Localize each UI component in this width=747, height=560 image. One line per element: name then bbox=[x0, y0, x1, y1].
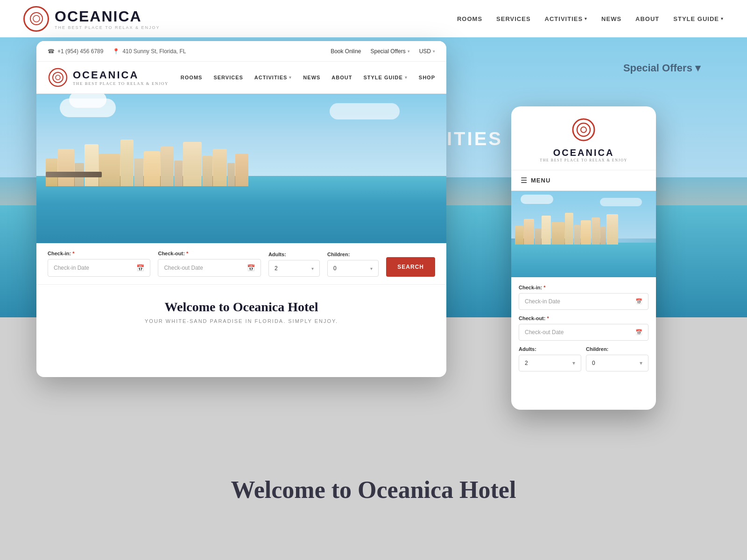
mobile-adults-arrow: ▾ bbox=[572, 360, 575, 366]
content-title: Welcome to Oceanica Hotel bbox=[48, 300, 435, 315]
bg-nav-links: ROOMS SERVICES ACTIVITIES ▾ NEWS ABOUT S… bbox=[457, 15, 724, 22]
children-group: Children: 0 ▾ bbox=[327, 252, 379, 277]
mobile-adults-value: 2 bbox=[525, 360, 528, 366]
desktop-hero bbox=[36, 94, 446, 243]
desktop-booking-form: Check-in: * Check-in Date 📅 Check-out: *… bbox=[36, 243, 446, 285]
special-offers-chevron: ▾ bbox=[408, 49, 410, 54]
mobile-checkin-placeholder: Check-in Date bbox=[525, 298, 560, 305]
bg-nav-style-guide[interactable]: STYLE GUIDE ▾ bbox=[673, 15, 724, 22]
svg-point-1 bbox=[33, 15, 40, 22]
checkout-placeholder: Check-out Date bbox=[164, 265, 203, 271]
content-subtitle: YOUR WHITE-SAND PARADISE IN FLORIDA. SIM… bbox=[48, 318, 435, 324]
children-value: 0 bbox=[333, 265, 337, 272]
bg-logo-tagline: THE BEST PLACE TO RELAX & ENJOY bbox=[55, 25, 160, 30]
topbar-phone: ☎ +1 (954) 456 6789 bbox=[48, 48, 103, 55]
mobile-hero-sea bbox=[511, 243, 656, 277]
topbar-address: 📍 410 Sunny St, Florida, FL bbox=[113, 48, 186, 55]
phone-number: +1 (954) 456 6789 bbox=[57, 48, 103, 55]
adults-select[interactable]: 2 ▾ bbox=[268, 260, 320, 277]
adults-value: 2 bbox=[275, 265, 278, 272]
bg-bottom-section: Welcome to Oceanica Hotel bbox=[0, 467, 747, 560]
mobile-checkout-calendar: 📅 bbox=[635, 329, 642, 336]
desktop-header: OCEANICA THE BEST PLACE TO RELAX & ENJOY… bbox=[36, 62, 446, 94]
bg-nav-services[interactable]: SERVICES bbox=[496, 15, 531, 22]
nav-services[interactable]: SERVICES bbox=[213, 75, 243, 80]
search-button[interactable]: SEARCH bbox=[386, 257, 435, 277]
book-online-link[interactable]: Book Online bbox=[331, 48, 361, 55]
desktop-topbar: ☎ +1 (954) 456 6789 📍 410 Sunny St, Flor… bbox=[36, 41, 446, 62]
checkout-group: Check-out: * Check-out Date 📅 bbox=[158, 251, 261, 277]
mobile-checkin-calendar: 📅 bbox=[635, 298, 642, 305]
bg-nav-about[interactable]: ABOUT bbox=[635, 15, 659, 22]
mobile-logo-svg bbox=[571, 118, 596, 142]
mobile-checkout-input[interactable]: Check-out Date 📅 bbox=[519, 324, 648, 341]
nav-shop[interactable]: SHOP bbox=[419, 75, 435, 80]
nav-rooms[interactable]: ROOMS bbox=[181, 75, 203, 80]
bg-nav-news[interactable]: NEWS bbox=[601, 15, 621, 22]
checkin-required: * bbox=[72, 251, 74, 256]
checkout-label: Check-out: * bbox=[158, 251, 261, 256]
checkout-required: * bbox=[186, 251, 188, 256]
svg-point-7 bbox=[581, 127, 586, 133]
special-offers-text[interactable]: Special Offers ▾ bbox=[623, 62, 700, 74]
mobile-logo-tagline: THE BEST PLACE TO RELAX & ENJOY bbox=[521, 158, 647, 162]
desktop-card: ☎ +1 (954) 456 6789 📍 410 Sunny St, Flor… bbox=[36, 41, 446, 377]
logo-tagline: THE BEST PLACE TO RELAX & ENJOY bbox=[73, 81, 169, 86]
mobile-children-value: 0 bbox=[592, 360, 595, 366]
svg-point-6 bbox=[577, 123, 590, 136]
mobile-adults-label: Adults: bbox=[519, 346, 581, 352]
adults-group: Adults: 2 ▾ bbox=[268, 252, 320, 277]
mobile-adults-group: Adults: 2 ▾ bbox=[519, 346, 581, 371]
checkout-input[interactable]: Check-out Date 📅 bbox=[158, 259, 261, 277]
nav-about[interactable]: ABOUT bbox=[331, 75, 352, 80]
mobile-children-select[interactable]: 0 ▾ bbox=[586, 355, 648, 371]
desktop-logo[interactable]: OCEANICA THE BEST PLACE TO RELAX & ENJOY bbox=[48, 67, 169, 88]
map-icon: 📍 bbox=[113, 48, 120, 55]
adults-arrow: ▾ bbox=[311, 266, 314, 271]
mobile-guest-row: Adults: 2 ▾ Children: 0 ▾ bbox=[519, 346, 648, 377]
checkin-input[interactable]: Check-in Date 📅 bbox=[48, 259, 150, 277]
nav-news[interactable]: NEWS bbox=[303, 75, 320, 80]
mobile-checkout-group: Check-out: * Check-out Date 📅 bbox=[519, 315, 648, 341]
mobile-logo-name: OCEANICA bbox=[521, 147, 647, 158]
mobile-menu-bar[interactable]: ☰ MENU bbox=[511, 170, 656, 191]
mobile-checkin-input[interactable]: Check-in Date 📅 bbox=[519, 293, 648, 310]
mobile-checkin-required: * bbox=[543, 285, 545, 290]
bg-logo-circle bbox=[23, 6, 49, 32]
phone-icon: ☎ bbox=[48, 48, 55, 55]
bg-nav-rooms[interactable]: ROOMS bbox=[457, 15, 482, 22]
mobile-card: OCEANICA THE BEST PLACE TO RELAX & ENJOY… bbox=[511, 106, 656, 410]
checkout-calendar-icon: 📅 bbox=[247, 264, 255, 272]
bg-header: OCEANICA THE BEST PLACE TO RELAX & ENJOY… bbox=[0, 0, 747, 37]
mobile-form: Check-in: * Check-in Date 📅 Check-out: *… bbox=[511, 277, 656, 385]
children-label: Children: bbox=[327, 252, 379, 257]
svg-point-4 bbox=[56, 75, 60, 80]
svg-point-2 bbox=[49, 69, 67, 86]
topbar-right: Book Online Special Offers ▾ USD ▾ bbox=[331, 48, 435, 55]
hero-clouds bbox=[60, 98, 116, 117]
hamburger-icon: ☰ bbox=[521, 176, 527, 185]
mobile-adults-select[interactable]: 2 ▾ bbox=[519, 355, 581, 371]
bg-nav-activities[interactable]: ACTIVITIES ▾ bbox=[545, 15, 588, 22]
special-offers-area: Special Offers ▾ bbox=[623, 62, 700, 74]
mobile-hero bbox=[511, 191, 656, 277]
hero-pier bbox=[46, 172, 102, 177]
mobile-children-label: Children: bbox=[586, 346, 648, 352]
children-arrow: ▾ bbox=[370, 266, 373, 271]
mobile-children-group: Children: 0 ▾ bbox=[586, 346, 648, 371]
nav-style-guide[interactable]: STYLE GUIDE ▾ bbox=[363, 75, 407, 80]
children-select[interactable]: 0 ▾ bbox=[327, 260, 379, 277]
svg-point-5 bbox=[573, 119, 594, 140]
hero-buildings bbox=[36, 130, 446, 187]
currency-chevron: ▾ bbox=[433, 49, 435, 54]
checkin-group: Check-in: * Check-in Date 📅 bbox=[48, 251, 150, 277]
mobile-cloud1 bbox=[521, 195, 553, 204]
hero-clouds2 bbox=[330, 103, 400, 119]
desktop-content: Welcome to Oceanica Hotel YOUR WHITE-SAN… bbox=[36, 285, 446, 339]
currency-dropdown[interactable]: USD ▾ bbox=[419, 48, 435, 55]
menu-label: MENU bbox=[531, 177, 550, 184]
nav-activities[interactable]: ACTIVITIES ▾ bbox=[254, 75, 292, 80]
special-offers-dropdown[interactable]: Special Offers ▾ bbox=[371, 48, 410, 55]
adults-label: Adults: bbox=[268, 252, 320, 257]
logo-svg bbox=[48, 67, 68, 88]
